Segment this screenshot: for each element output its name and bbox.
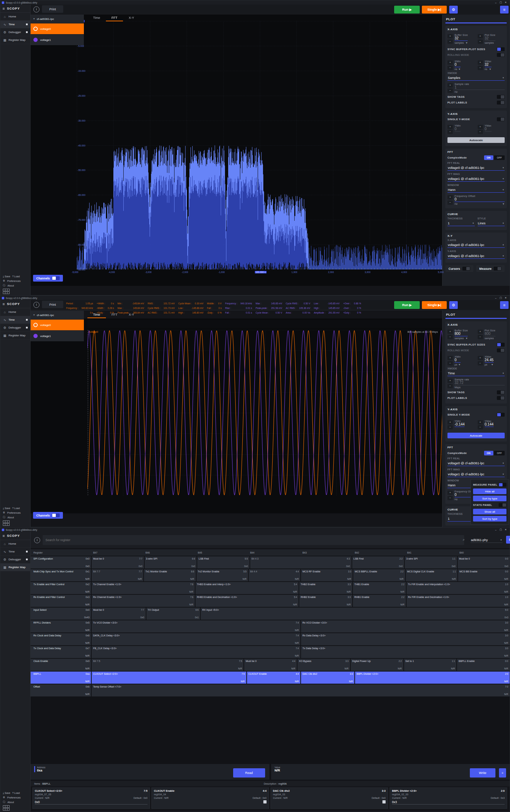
plot-navigator[interactable] (87, 320, 443, 328)
field-checkbox[interactable] (382, 800, 386, 803)
register-name-cell[interactable]: Clock Enable0x9N/R (31, 659, 91, 671)
xmax-stepper[interactable]: +− (478, 356, 483, 366)
ymax-value[interactable]: 0.144 (485, 422, 494, 427)
minus-icon[interactable]: − (447, 201, 453, 205)
sync-buffer-plot-toggle[interactable] (497, 343, 505, 347)
minus-icon[interactable]: − (447, 496, 453, 500)
ymax-stepper[interactable]: +− (478, 420, 483, 430)
tab-time[interactable]: Time (87, 312, 106, 318)
minus-icon[interactable]: − (447, 39, 453, 44)
gear-icon[interactable]: ⚙ (449, 6, 458, 14)
register-name-cell[interactable]: Rx Clock and Data Delay0x6N/R (31, 633, 91, 645)
minus-icon[interactable]: − (447, 361, 453, 365)
plus-icon[interactable]: + (447, 356, 453, 360)
bitfield-cell[interactable]: Temp Sense Offset <7:0>7:0N/R (92, 684, 510, 696)
preferences-button[interactable]: ⚙Preferences (0, 279, 30, 283)
register-name-cell[interactable]: BBPLL0xaN/R (31, 672, 91, 684)
register-name-cell[interactable]: Tx Clock and Data Delay0x7N/R (31, 646, 91, 658)
bitfield-cell[interactable]: CLKOUT Enable4:4N/R (247, 672, 300, 684)
bitfield-cell[interactable]: THB1 Enable2:2N/R (353, 582, 406, 594)
fft-real-select[interactable]: voltage0 @ cf-ad9361-lpc▼ (447, 165, 505, 171)
print-button[interactable]: Print (42, 5, 63, 13)
ymin-stepper[interactable]: +− (447, 420, 453, 430)
tab-time[interactable]: Time (87, 15, 106, 21)
channels-toggle[interactable] (52, 513, 60, 517)
single-button[interactable]: Single ▶| (422, 301, 447, 309)
bitfield-cell[interactable]: Tx VCO Divider <3:0>7:4N/R (92, 620, 300, 632)
thickness-select[interactable]: 1▼ (447, 221, 475, 226)
bitfield-cell[interactable]: DATA_CLK Delay <3:0>7:4N/R (92, 633, 300, 645)
stats-panel-toggle[interactable] (499, 503, 506, 507)
plot-size-stepper[interactable]: +− (478, 34, 483, 44)
single-y-mode-toggle[interactable] (497, 117, 505, 121)
bitfield-cell[interactable]: Tx1 Monitor Enable6:6N/R (144, 569, 195, 581)
plus-icon[interactable]: + (447, 491, 453, 495)
complex-on[interactable]: ON (484, 155, 494, 160)
bitfield-cell[interactable]: Must be 04:4N/R (244, 659, 297, 671)
print-button[interactable]: Print (42, 301, 63, 308)
plus-icon[interactable]: + (478, 330, 483, 334)
bitfield-cell[interactable]: MCS Digital CLK Enable1:1N/R (406, 569, 457, 581)
run-button[interactable]: Run ▶ (394, 6, 420, 14)
minus-icon[interactable]: − (447, 66, 453, 70)
fft-plot-area[interactable]: -5,000-4,000-3,000-2,000-1,000100.000 n1… (31, 15, 443, 286)
register-row-tx-clock-and-data-delay[interactable]: Tx Clock and Data Delay0x7N/RFB_CLK Dela… (31, 646, 510, 658)
minimize-button[interactable]: – (493, 1, 498, 4)
plot-size-stepper[interactable]: +− (478, 329, 483, 340)
bitfield-cell[interactable]: Tx Channel Enable <1:0>7:6N/R (92, 582, 195, 594)
single-button[interactable]: Single ▶| (422, 6, 447, 14)
register-row-offset[interactable]: Offset0xbN/RTemp Sense Offset <7:0>7:0N/… (31, 684, 510, 696)
run-button[interactable]: Run ▶ (394, 301, 420, 309)
field-select[interactable]: 0x0 (35, 800, 147, 805)
sidebar-item-register-map[interactable]: ▦Register Map (0, 36, 30, 44)
autoscale-button[interactable]: Autoscale (447, 433, 505, 438)
sidebar-item-home[interactable]: ⌂Home (0, 540, 30, 548)
channels-toggle[interactable] (52, 276, 60, 280)
save-icon[interactable]: ⤓ Save (3, 792, 10, 795)
channel-item-voltage0[interactable]: voltage0 (31, 23, 84, 34)
sync-buffer-plot-toggle[interactable] (497, 47, 505, 51)
autoscale-button[interactable]: Autoscale (447, 137, 505, 143)
sidebar-item-register-map[interactable]: ▦Register Map (0, 563, 30, 571)
register-name-cell[interactable]: SPI Configuration0x00x0 (31, 556, 91, 568)
measure-button[interactable]: Measure (476, 265, 505, 272)
maximize-button[interactable]: ▢ (498, 528, 503, 531)
detail-field-4[interactable]: BBPL Divider <2:0>2:0reg00A_02_00Current… (390, 787, 507, 809)
sample-rate-stepper[interactable]: +− (447, 83, 453, 93)
register-row-rx-clock-and-data-delay[interactable]: Rx Clock and Data Delay0x6N/RDATA_CLK De… (31, 633, 510, 645)
single-y-mode-toggle[interactable] (497, 413, 505, 417)
bitfield-cell[interactable]: Tx Data Delay <3:0>3:0N/R (301, 646, 510, 658)
xmin-value[interactable]: 0 (455, 63, 461, 67)
xmax-unit[interactable]: μs▼ (485, 363, 494, 366)
bitfield-cell[interactable]: MCS RF Enable3:3N/R (301, 569, 353, 581)
register-name-cell[interactable]: Offset0xbN/R (31, 684, 91, 696)
plus-icon[interactable]: + (447, 420, 453, 424)
sidebar-item-register-map[interactable]: ▦Register Map (0, 332, 30, 340)
register-row-spi-configuration[interactable]: SPI Configuration0x00x0Must be 07:70x03-… (31, 556, 510, 568)
minus-icon[interactable]: − (478, 335, 483, 339)
register-row-bbpll[interactable]: BBPLL0xaN/RCLKOUT Select <2:0>7:5N/RCLKO… (31, 672, 510, 684)
minimize-button[interactable]: – (493, 529, 498, 531)
detail-field-2[interactable]: CLKOUT Enable4:4reg00A_04Current : N/RDe… (151, 787, 269, 809)
ymax-stepper[interactable]: +− (478, 124, 483, 134)
xmin-stepper[interactable]: +− (447, 60, 453, 70)
sort-by-type-button-2[interactable]: Sort by type (473, 516, 506, 522)
frequency-offset-unit[interactable]: Hz▼ (455, 203, 505, 205)
preferences-button[interactable]: ⚙Preferences (0, 795, 30, 800)
cursors-toggle[interactable] (462, 267, 470, 271)
show-all-button[interactable]: Show all (473, 509, 506, 514)
xmin-value[interactable]: 0 (455, 358, 461, 363)
close-button[interactable]: ✕ (503, 1, 508, 4)
bitfield-cell[interactable]: RX Input <5:0>5:00x3 (201, 608, 510, 620)
bitfield-cell[interactable]: Set to 11:1N/R (404, 659, 457, 671)
show-tags-toggle[interactable] (497, 390, 505, 394)
bitfield-cell[interactable]: DAC Clk div23:3N/R (301, 672, 354, 684)
fft-window-select[interactable]: Hann▼ (447, 187, 505, 193)
cursors-button[interactable]: Cursors (445, 265, 473, 272)
xmin-stepper[interactable]: +− (447, 356, 453, 366)
write-options-button[interactable]: ≡ (499, 768, 506, 778)
sidebar-item-time[interactable]: ∿Time (0, 316, 30, 324)
info-icon[interactable]: i (33, 6, 39, 12)
plus-icon[interactable]: + (447, 125, 453, 129)
register-name-cell[interactable]: Rx Enable and Filter Control0x3N/R (31, 595, 91, 607)
